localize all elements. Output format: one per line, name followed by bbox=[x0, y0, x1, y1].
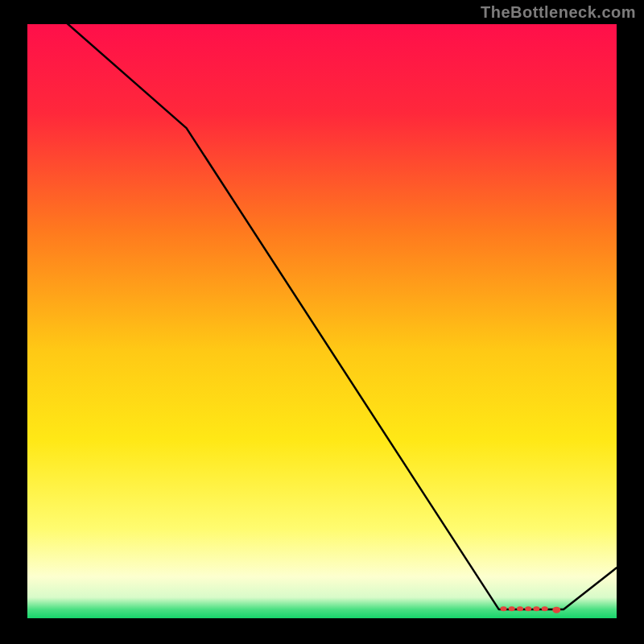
marker-dot bbox=[501, 606, 507, 611]
marker-dot bbox=[542, 606, 548, 611]
marker-dot bbox=[509, 606, 515, 611]
marker-dot bbox=[525, 606, 531, 611]
marker-dot bbox=[517, 606, 523, 611]
watermark-label: TheBottleneck.com bbox=[481, 3, 636, 22]
marker-dot bbox=[533, 606, 539, 611]
chart-svg bbox=[0, 0, 644, 644]
plot-area bbox=[27, 24, 617, 618]
marker-dot bbox=[552, 607, 560, 613]
